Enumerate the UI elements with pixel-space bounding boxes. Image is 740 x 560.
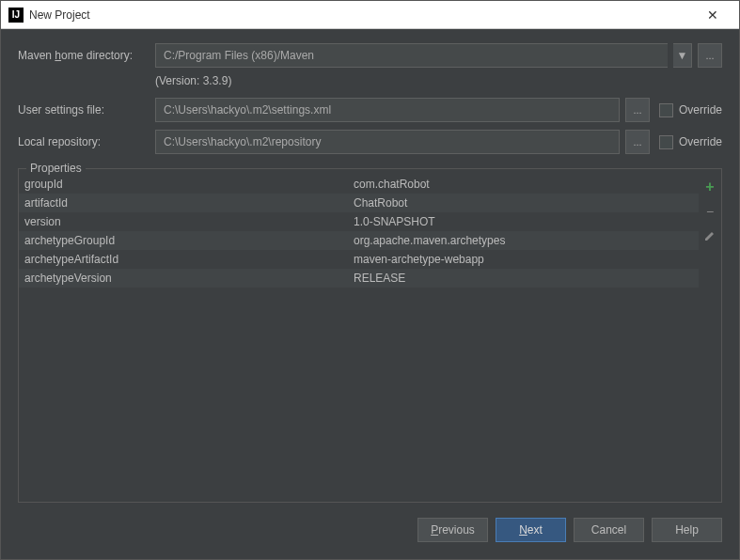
- local-repo-override-checkbox[interactable]: [659, 135, 673, 149]
- property-key: archetypeGroupId: [24, 234, 354, 247]
- property-value: maven-archetype-webapp: [354, 253, 693, 266]
- property-value: org.apache.maven.archetypes: [354, 234, 693, 247]
- help-button[interactable]: Help: [652, 518, 722, 542]
- local-repo-input[interactable]: [155, 130, 620, 154]
- maven-home-label: Maven home directory:: [18, 49, 150, 62]
- user-settings-override-checkbox[interactable]: [659, 103, 673, 117]
- new-project-dialog: IJ New Project ✕ Maven home directory: ▼…: [0, 0, 740, 560]
- app-icon: IJ: [8, 8, 24, 23]
- properties-legend: Properties: [26, 162, 86, 175]
- add-property-button[interactable]: +: [701, 179, 718, 195]
- user-settings-override-wrap: Override: [659, 103, 722, 117]
- user-settings-browse-button[interactable]: ...: [625, 98, 650, 122]
- property-row[interactable]: artifactIdChatRobot: [19, 194, 699, 212]
- property-key: version: [24, 215, 354, 228]
- titlebar: IJ New Project ✕: [1, 1, 739, 29]
- maven-home-input[interactable]: [155, 43, 668, 68]
- property-key: groupId: [24, 178, 354, 191]
- property-row[interactable]: groupIdcom.chatRobot: [19, 175, 699, 194]
- property-value: com.chatRobot: [354, 178, 693, 191]
- content-area: Maven home directory: ▼ ... (Version: 3.…: [1, 29, 739, 559]
- button-bar: Previous Next Cancel Help: [18, 508, 722, 546]
- local-repo-override-label: Override: [679, 135, 722, 148]
- user-settings-label: User settings file:: [18, 103, 150, 117]
- previous-button[interactable]: Previous: [417, 518, 488, 542]
- properties-table[interactable]: groupIdcom.chatRobotartifactIdChatRobotv…: [19, 175, 699, 502]
- properties-panel: Properties groupIdcom.chatRobotartifactI…: [18, 168, 722, 503]
- local-repo-label: Local repository:: [18, 135, 150, 148]
- user-settings-row: User settings file: ... Override: [18, 97, 722, 123]
- property-key: artifactId: [24, 196, 354, 210]
- next-button[interactable]: Next: [496, 518, 566, 542]
- close-button[interactable]: ✕: [694, 2, 732, 28]
- remove-property-button[interactable]: −: [701, 203, 718, 220]
- property-key: archetypeVersion: [24, 272, 354, 285]
- user-settings-override-label: Override: [679, 103, 722, 117]
- property-value: RELEASE: [354, 272, 693, 285]
- maven-home-browse-button[interactable]: ...: [698, 43, 722, 68]
- property-key: archetypeArtifactId: [24, 253, 354, 266]
- property-row[interactable]: archetypeArtifactIdmaven-archetype-webap…: [19, 250, 699, 269]
- property-value: 1.0-SNAPSHOT: [354, 215, 693, 228]
- local-repo-row: Local repository: ... Override: [18, 129, 722, 155]
- user-settings-input[interactable]: [155, 98, 620, 122]
- local-repo-browse-button[interactable]: ...: [625, 130, 650, 154]
- property-row[interactable]: version1.0-SNAPSHOT: [19, 212, 699, 231]
- maven-home-row: Maven home directory: ▼ ...: [18, 42, 722, 69]
- local-repo-override-wrap: Override: [659, 135, 722, 149]
- property-row[interactable]: archetypeGroupIdorg.apache.maven.archety…: [19, 231, 699, 250]
- cancel-button[interactable]: Cancel: [574, 518, 644, 542]
- maven-version-text: (Version: 3.3.9): [18, 74, 722, 87]
- property-value: ChatRobot: [354, 196, 693, 210]
- window-title: New Project: [29, 8, 694, 22]
- maven-home-dropdown[interactable]: ▼: [673, 43, 692, 68]
- edit-property-button[interactable]: [701, 227, 718, 244]
- property-row[interactable]: archetypeVersionRELEASE: [19, 269, 699, 288]
- properties-toolbar: + −: [699, 175, 721, 502]
